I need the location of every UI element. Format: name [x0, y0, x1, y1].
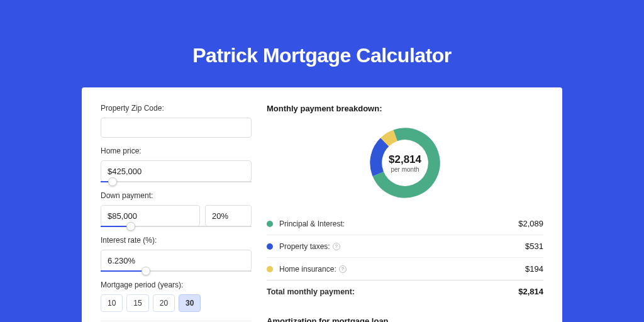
period-label: Mortgage period (years):	[101, 280, 252, 289]
inputs-column: Property Zip Code: Home price: Down paym…	[101, 104, 252, 322]
down-slider[interactable]	[101, 226, 252, 227]
amortization-title: Amortization for mortgage loan	[267, 316, 543, 322]
legend-row: Property taxes:?$531	[267, 235, 543, 257]
period-button-30[interactable]: 30	[179, 294, 201, 312]
down-slider-thumb[interactable]	[126, 222, 135, 231]
donut-chart: $2,814 per month	[367, 125, 443, 201]
page-title: Patrick Mortgage Calculator	[0, 0, 644, 87]
legend-total-label: Total monthly payment:	[267, 287, 518, 296]
period-button-15[interactable]: 15	[126, 294, 148, 312]
legend-dot	[267, 243, 273, 250]
legend: Principal & Interest:$2,089Property taxe…	[267, 213, 543, 303]
legend-row: Principal & Interest:$2,089	[267, 213, 543, 235]
zip-label: Property Zip Code:	[101, 104, 252, 113]
zip-group: Property Zip Code:	[101, 104, 252, 138]
legend-total-value: $2,814	[518, 287, 543, 296]
amortization-section: Amortization for mortgage loan Amortizat…	[267, 316, 543, 322]
legend-label: Property taxes:?	[279, 242, 525, 251]
rate-input[interactable]	[101, 250, 252, 271]
donut-center: $2,814 per month	[389, 153, 421, 173]
rate-slider-thumb[interactable]	[142, 267, 150, 275]
info-icon[interactable]: ?	[333, 243, 340, 250]
legend-value: $531	[525, 242, 543, 251]
rate-slider[interactable]	[101, 270, 252, 272]
legend-dot	[267, 221, 273, 227]
breakdown-column: Monthly payment breakdown: $2,814 per mo…	[267, 104, 543, 322]
legend-value: $194	[525, 264, 543, 274]
legend-row: Home insurance:?$194	[267, 257, 543, 280]
rate-label: Interest rate (%):	[101, 236, 252, 245]
period-options: 10152030	[101, 294, 252, 312]
down-group: Down payment:	[101, 191, 252, 227]
price-slider-thumb[interactable]	[108, 177, 117, 186]
price-group: Home price:	[101, 147, 252, 182]
rate-group: Interest rate (%):	[101, 236, 252, 272]
period-button-20[interactable]: 20	[153, 294, 175, 312]
down-amount-input[interactable]	[101, 205, 200, 226]
calculator-card: Property Zip Code: Home price: Down paym…	[82, 87, 562, 322]
breakdown-title: Monthly payment breakdown:	[267, 104, 543, 113]
donut-chart-wrap: $2,814 per month	[267, 119, 543, 213]
legend-label: Home insurance:?	[279, 265, 525, 274]
price-label: Home price:	[101, 147, 252, 155]
donut-total: $2,814	[389, 153, 421, 166]
down-label: Down payment:	[101, 191, 252, 200]
price-slider[interactable]	[101, 181, 252, 182]
legend-total-row: Total monthly payment:$2,814	[267, 280, 543, 303]
legend-label: Principal & Interest:	[279, 219, 518, 228]
rate-slider-fill	[101, 270, 146, 272]
period-button-10[interactable]: 10	[101, 294, 123, 312]
legend-value: $2,089	[518, 219, 543, 228]
legend-dot	[267, 266, 273, 272]
period-group: Mortgage period (years): 10152030	[101, 280, 252, 312]
price-input[interactable]	[101, 160, 252, 182]
donut-subtitle: per month	[389, 166, 421, 173]
info-icon[interactable]: ?	[339, 265, 347, 273]
down-percent-input[interactable]	[205, 205, 252, 226]
zip-input[interactable]	[101, 118, 252, 138]
